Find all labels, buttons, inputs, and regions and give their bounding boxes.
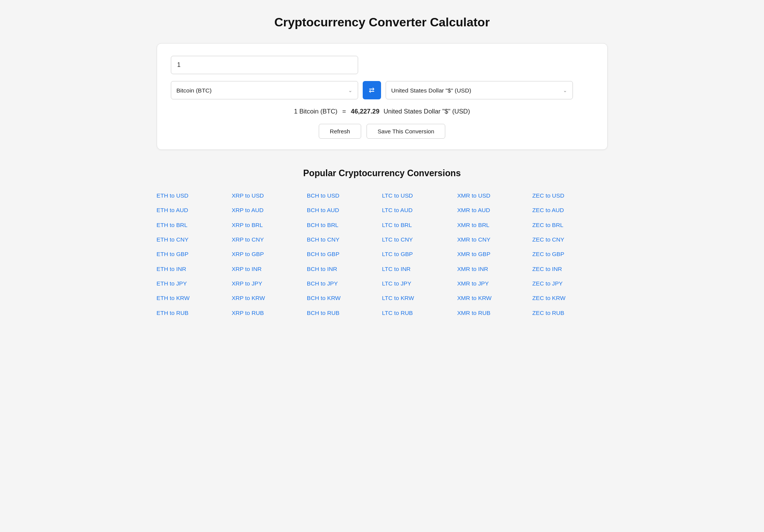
conversion-link[interactable]: LTC to CNY <box>382 233 457 246</box>
swap-button[interactable]: ⇄ <box>363 81 381 99</box>
swap-icon: ⇄ <box>369 86 375 94</box>
conversion-link[interactable]: XMR to INR <box>457 263 532 276</box>
amount-input[interactable] <box>171 56 358 74</box>
to-currency-select[interactable]: United States Dollar "$" (USD) Euro (EUR… <box>391 87 561 94</box>
conversion-link[interactable]: XRP to INR <box>232 263 307 276</box>
result-row: 1 Bitcoin (BTC) = 46,227.29 United State… <box>171 108 594 115</box>
conversion-link[interactable]: ZEC to CNY <box>532 233 608 246</box>
conversion-link[interactable]: XRP to GBP <box>232 248 307 261</box>
conversion-link[interactable]: ZEC to KRW <box>532 292 608 305</box>
conversion-link[interactable]: XMR to AUD <box>457 204 532 217</box>
conversion-link[interactable]: XMR to RUB <box>457 307 532 320</box>
conversion-link[interactable]: LTC to JPY <box>382 277 457 290</box>
conversion-link[interactable]: XMR to USD <box>457 189 532 202</box>
result-from-text: 1 Bitcoin (BTC) <box>294 108 337 115</box>
conversion-link[interactable]: XMR to JPY <box>457 277 532 290</box>
conversion-link[interactable]: LTC to USD <box>382 189 457 202</box>
to-currency-wrapper: United States Dollar "$" (USD) Euro (EUR… <box>386 81 573 99</box>
conversion-link[interactable]: BCH to AUD <box>307 204 382 217</box>
conversion-link[interactable]: BCH to CNY <box>307 233 382 246</box>
currency-row: Bitcoin (BTC) Ethereum (ETH) Ripple (XRP… <box>171 81 594 99</box>
conversion-link[interactable]: LTC to INR <box>382 263 457 276</box>
save-conversion-button[interactable]: Save This Conversion <box>367 124 445 139</box>
conversion-link[interactable]: BCH to RUB <box>307 307 382 320</box>
conversion-link[interactable]: ZEC to AUD <box>532 204 608 217</box>
result-amount: 46,227.29 <box>351 108 380 115</box>
result-to-currency: United States Dollar "$" (USD) <box>383 108 470 115</box>
conversion-link[interactable]: LTC to KRW <box>382 292 457 305</box>
conversion-link[interactable]: ETH to BRL <box>157 219 232 232</box>
conversion-link[interactable]: XMR to BRL <box>457 219 532 232</box>
conversion-link[interactable]: BCH to INR <box>307 263 382 276</box>
converter-card: Bitcoin (BTC) Ethereum (ETH) Ripple (XRP… <box>157 43 608 150</box>
popular-title: Popular Cryptocurrency Conversions <box>157 168 608 178</box>
conversion-link[interactable]: ETH to GBP <box>157 248 232 261</box>
conversion-link[interactable]: ETH to AUD <box>157 204 232 217</box>
conversion-link[interactable]: LTC to GBP <box>382 248 457 261</box>
conversion-link[interactable]: XRP to RUB <box>232 307 307 320</box>
conversion-link[interactable]: XRP to USD <box>232 189 307 202</box>
from-chevron-icon: ⌄ <box>348 88 352 93</box>
conversion-link[interactable]: BCH to BRL <box>307 219 382 232</box>
conversion-link[interactable]: ZEC to JPY <box>532 277 608 290</box>
conversion-link[interactable]: BCH to GBP <box>307 248 382 261</box>
conversion-link[interactable]: XRP to CNY <box>232 233 307 246</box>
conversion-col-eth: ETH to USDETH to AUDETH to BRLETH to CNY… <box>157 189 232 320</box>
conversion-link[interactable]: ETH to JPY <box>157 277 232 290</box>
refresh-button[interactable]: Refresh <box>319 124 361 139</box>
conversions-grid: ETH to USDETH to AUDETH to BRLETH to CNY… <box>157 189 608 320</box>
conversion-link[interactable]: BCH to JPY <box>307 277 382 290</box>
conversion-col-bch: BCH to USDBCH to AUDBCH to BRLBCH to CNY… <box>307 189 382 320</box>
conversion-link[interactable]: ZEC to GBP <box>532 248 608 261</box>
conversion-link[interactable]: ZEC to INR <box>532 263 608 276</box>
conversion-link[interactable]: XRP to BRL <box>232 219 307 232</box>
from-currency-select[interactable]: Bitcoin (BTC) Ethereum (ETH) Ripple (XRP… <box>177 87 347 94</box>
conversion-link[interactable]: XMR to KRW <box>457 292 532 305</box>
conversion-link[interactable]: LTC to BRL <box>382 219 457 232</box>
conversion-link[interactable]: XMR to GBP <box>457 248 532 261</box>
conversion-link[interactable]: XRP to KRW <box>232 292 307 305</box>
conversion-link[interactable]: LTC to AUD <box>382 204 457 217</box>
conversion-link[interactable]: ETH to RUB <box>157 307 232 320</box>
conversion-link[interactable]: BCH to KRW <box>307 292 382 305</box>
popular-section: Popular Cryptocurrency Conversions ETH t… <box>157 168 608 320</box>
to-chevron-icon: ⌄ <box>563 88 567 93</box>
conversion-link[interactable]: ZEC to USD <box>532 189 608 202</box>
conversion-link[interactable]: LTC to RUB <box>382 307 457 320</box>
conversion-link[interactable]: ETH to KRW <box>157 292 232 305</box>
result-equals: = <box>342 108 346 115</box>
page-title: Cryptocurrency Converter Calculator <box>157 15 608 29</box>
conversion-link[interactable]: ZEC to RUB <box>532 307 608 320</box>
conversion-link[interactable]: ETH to CNY <box>157 233 232 246</box>
conversion-link[interactable]: ZEC to BRL <box>532 219 608 232</box>
from-currency-wrapper: Bitcoin (BTC) Ethereum (ETH) Ripple (XRP… <box>171 81 358 99</box>
action-buttons: Refresh Save This Conversion <box>171 124 594 139</box>
conversion-col-ltc: LTC to USDLTC to AUDLTC to BRLLTC to CNY… <box>382 189 457 320</box>
conversion-link[interactable]: XRP to JPY <box>232 277 307 290</box>
conversion-col-zec: ZEC to USDZEC to AUDZEC to BRLZEC to CNY… <box>532 189 608 320</box>
conversion-col-xmr: XMR to USDXMR to AUDXMR to BRLXMR to CNY… <box>457 189 532 320</box>
conversion-link[interactable]: ETH to INR <box>157 263 232 276</box>
conversion-link[interactable]: XMR to CNY <box>457 233 532 246</box>
conversion-link[interactable]: ETH to USD <box>157 189 232 202</box>
conversion-col-xrp: XRP to USDXRP to AUDXRP to BRLXRP to CNY… <box>232 189 307 320</box>
conversion-link[interactable]: BCH to USD <box>307 189 382 202</box>
conversion-link[interactable]: XRP to AUD <box>232 204 307 217</box>
